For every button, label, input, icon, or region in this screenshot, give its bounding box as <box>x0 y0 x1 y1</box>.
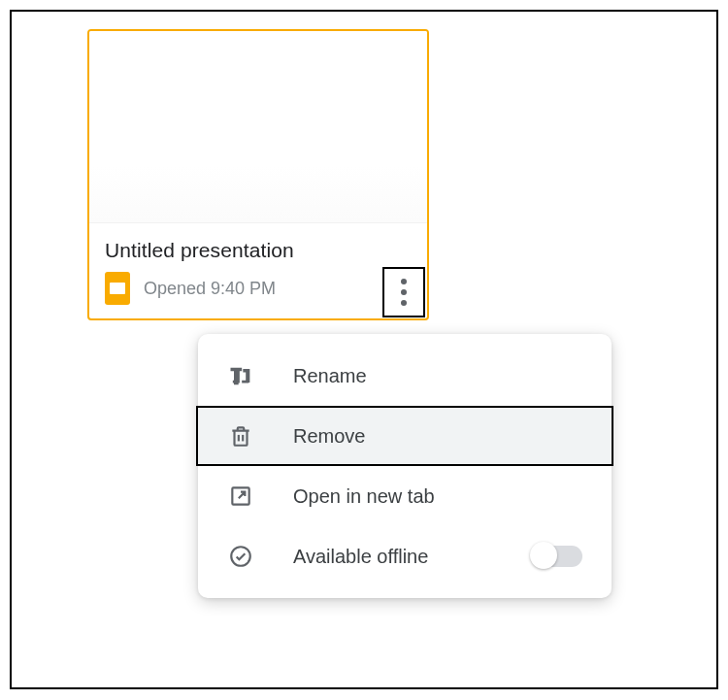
menu-item-rename[interactable]: Rename <box>198 346 612 406</box>
presentation-title: Untitled presentation <box>105 239 412 262</box>
open-in-new-icon <box>227 483 254 510</box>
container-frame: Untitled presentation Opened 9:40 PM Ren… <box>10 10 718 689</box>
more-vertical-icon <box>401 279 407 306</box>
menu-item-remove[interactable]: Remove <box>196 406 613 466</box>
slides-icon <box>105 272 130 305</box>
menu-label: Available offline <box>293 546 493 568</box>
offline-icon <box>227 543 254 570</box>
menu-label: Remove <box>293 425 582 448</box>
opened-timestamp: Opened 9:40 PM <box>144 279 276 299</box>
rename-icon <box>227 362 254 389</box>
presentation-card[interactable]: Untitled presentation Opened 9:40 PM <box>87 29 429 320</box>
presentation-thumbnail <box>89 31 427 223</box>
menu-label: Rename <box>293 365 582 387</box>
more-options-button[interactable] <box>382 267 425 317</box>
svg-point-3 <box>231 547 250 566</box>
card-info-row: Opened 9:40 PM <box>105 272 412 305</box>
card-meta: Untitled presentation Opened 9:40 PM <box>89 223 427 305</box>
trash-icon <box>227 422 254 450</box>
offline-toggle[interactable] <box>532 546 582 567</box>
menu-item-open-new-tab[interactable]: Open in new tab <box>198 466 612 526</box>
context-menu: Rename Remove Open in new tab <box>198 334 612 598</box>
menu-item-available-offline[interactable]: Available offline <box>198 526 612 586</box>
menu-label: Open in new tab <box>293 485 582 508</box>
